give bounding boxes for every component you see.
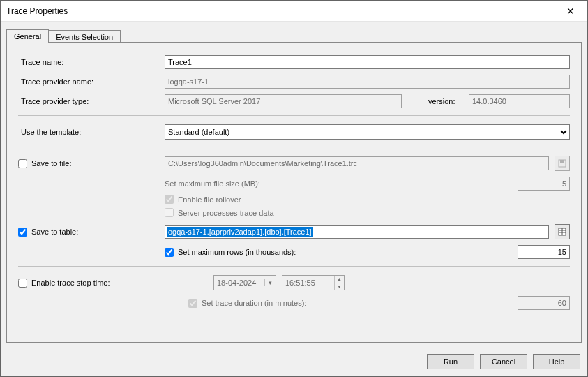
enable-stop-time-checkbox[interactable]: Enable trace stop time:	[18, 279, 165, 288]
stop-date-picker: 18-04-2024 ▾	[213, 275, 276, 290]
label-max-file-size: Set maximum file size (MB):	[165, 179, 512, 188]
label-provider-name: Trace provider name:	[18, 77, 165, 86]
browse-file-button	[555, 156, 570, 171]
max-file-size-input	[518, 177, 570, 191]
label-version: version:	[407, 97, 463, 105]
set-duration-checkbox: Set trace duration (in minutes):	[188, 299, 512, 308]
version-field: 14.0.3460	[469, 94, 570, 108]
save-to-table-checkbox[interactable]: Save to table:	[18, 228, 165, 237]
browse-table-button[interactable]	[555, 224, 570, 239]
svg-rect-1	[560, 160, 564, 163]
tab-panel-general: Trace name: Trace provider name: logqa-s…	[6, 42, 582, 343]
table-path-field[interactable]: ogqa-s17-1.[aprpriv2adap1].[dbo].[Trace1…	[165, 225, 549, 239]
close-icon: ✕	[566, 6, 575, 17]
run-button[interactable]: Run	[427, 354, 474, 369]
close-button[interactable]: ✕	[557, 1, 585, 22]
file-path-field: C:\Users\log360admin\Documents\Marketing…	[165, 156, 549, 170]
provider-name-field: logqa-s17-1	[165, 75, 570, 89]
label-use-template: Use the template:	[18, 128, 165, 136]
spinner-icon: ▲▼	[334, 276, 344, 290]
label-trace-name: Trace name:	[18, 58, 165, 66]
save-to-file-checkbox[interactable]: Save to file:	[18, 159, 165, 168]
max-rows-checkbox[interactable]: Set maximum rows (in thousands):	[165, 248, 512, 257]
dialog-footer: Run Cancel Help	[1, 348, 587, 376]
provider-type-field: Microsoft SQL Server 2017	[165, 94, 402, 108]
duration-input	[518, 296, 570, 310]
cancel-button[interactable]: Cancel	[480, 354, 527, 369]
trace-properties-dialog: Trace Properties ✕ General Events Select…	[0, 0, 588, 377]
stop-time-picker: 16:51:55 ▲▼	[282, 275, 345, 290]
chevron-down-icon: ▾	[264, 279, 276, 286]
separator	[18, 266, 570, 267]
template-combo[interactable]: Standard (default)	[165, 124, 570, 140]
tab-general[interactable]: General	[6, 29, 49, 43]
help-button[interactable]: Help	[533, 354, 580, 369]
label-provider-type: Trace provider type:	[18, 97, 165, 105]
titlebar: Trace Properties ✕	[1, 1, 587, 22]
trace-name-input[interactable]	[165, 55, 570, 69]
max-rows-input[interactable]	[518, 245, 570, 259]
save-icon	[558, 159, 566, 168]
separator	[18, 115, 570, 116]
tab-strip: General Events Selection	[6, 27, 582, 43]
separator	[18, 147, 570, 147]
server-processes-checkbox: Server processes trace data	[165, 208, 274, 217]
enable-file-rollover-checkbox: Enable file rollover	[165, 195, 241, 204]
window-title: Trace Properties	[6, 6, 557, 16]
table-icon	[558, 228, 566, 236]
